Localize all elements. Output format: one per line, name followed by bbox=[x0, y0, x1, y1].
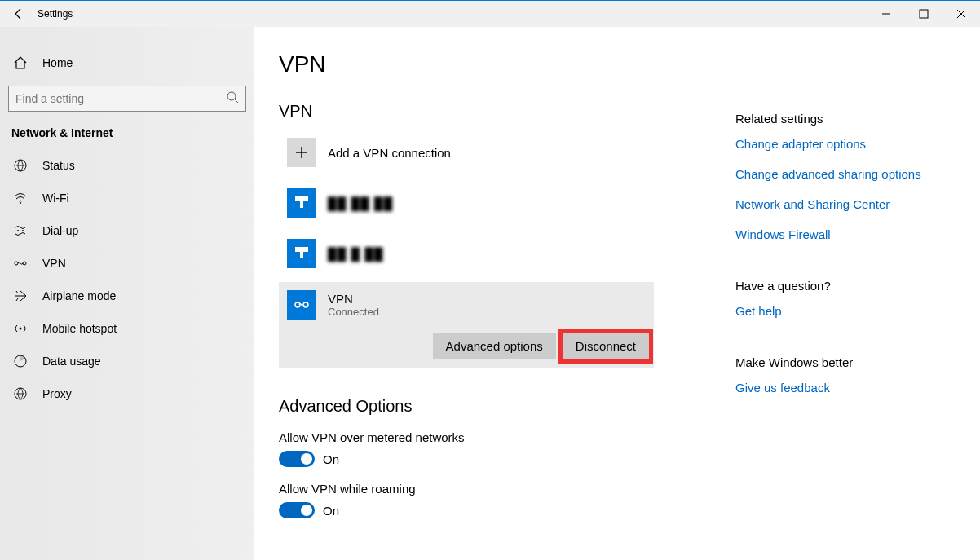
sidebar-item-proxy[interactable]: Proxy bbox=[0, 377, 254, 410]
toggle-roaming-state: On bbox=[323, 504, 339, 518]
disconnect-button[interactable]: Disconnect bbox=[563, 333, 649, 359]
title-bar: Settings bbox=[0, 1, 980, 27]
search-field[interactable] bbox=[15, 92, 211, 105]
vpn-tile-icon bbox=[287, 239, 316, 268]
svg-point-7 bbox=[20, 202, 21, 204]
sidebar-item-hotspot[interactable]: Mobile hotspot bbox=[0, 312, 254, 345]
sidebar-item-label: Status bbox=[42, 159, 75, 172]
right-pane: Related settings Change adapter options … bbox=[735, 51, 947, 560]
dialup-icon bbox=[11, 222, 29, 240]
svg-rect-1 bbox=[920, 10, 928, 18]
link-sharing-center[interactable]: Network and Sharing Center bbox=[735, 197, 947, 211]
vpn-connection-name: ██ █ ██ bbox=[328, 247, 383, 261]
svg-rect-18 bbox=[300, 201, 303, 208]
selected-vpn-name: VPN bbox=[328, 292, 379, 306]
sidebar-item-label: Dial-up bbox=[42, 224, 78, 237]
sidebar-home[interactable]: Home bbox=[0, 46, 254, 79]
close-button[interactable] bbox=[942, 1, 980, 27]
sidebar-item-label: Mobile hotspot bbox=[42, 322, 117, 335]
link-adapter-options[interactable]: Change adapter options bbox=[735, 137, 947, 151]
option-roaming: Allow VPN while roaming On bbox=[279, 482, 735, 518]
hotspot-icon bbox=[11, 320, 29, 337]
plus-icon bbox=[287, 138, 316, 167]
svg-point-8 bbox=[17, 230, 19, 231]
sidebar-category: Network & Internet bbox=[0, 126, 254, 149]
vpn-tile-icon bbox=[287, 188, 316, 218]
svg-point-4 bbox=[227, 92, 236, 100]
link-get-help[interactable]: Get help bbox=[735, 304, 947, 318]
page-title: VPN bbox=[279, 51, 735, 77]
sidebar-home-label: Home bbox=[42, 56, 73, 69]
sidebar-item-label: Airplane mode bbox=[42, 289, 116, 302]
svg-point-9 bbox=[22, 230, 24, 231]
vpn-tile-icon bbox=[287, 290, 316, 320]
section-advanced: Advanced Options bbox=[279, 397, 735, 416]
sidebar-item-label: Data usage bbox=[42, 355, 101, 368]
selected-vpn-status: Connected bbox=[328, 306, 379, 318]
toggle-metered[interactable] bbox=[279, 451, 315, 467]
proxy-icon bbox=[11, 385, 29, 403]
datausage-icon bbox=[11, 352, 29, 370]
option-roaming-label: Allow VPN while roaming bbox=[279, 482, 735, 496]
svg-rect-20 bbox=[300, 252, 303, 258]
vpn-connection-item[interactable]: ██ ██ ██ bbox=[279, 181, 654, 225]
advanced-options-button[interactable]: Advanced options bbox=[433, 333, 556, 359]
vpn-connection-item[interactable]: ██ █ ██ bbox=[279, 231, 654, 276]
svg-point-12 bbox=[20, 328, 22, 330]
toggle-roaming[interactable] bbox=[279, 502, 315, 518]
sidebar: Home Network & Internet Status Wi-Fi bbox=[0, 27, 254, 560]
sidebar-item-status[interactable]: Status bbox=[0, 149, 254, 182]
sidebar-item-label: Proxy bbox=[42, 387, 72, 400]
sidebar-item-label: VPN bbox=[42, 257, 66, 270]
search-input[interactable] bbox=[8, 86, 246, 112]
section-vpn: VPN bbox=[279, 102, 735, 121]
link-firewall[interactable]: Windows Firewall bbox=[735, 227, 947, 241]
home-icon bbox=[11, 54, 29, 72]
search-icon bbox=[226, 90, 239, 107]
related-settings-heading: Related settings bbox=[735, 112, 947, 126]
wifi-icon bbox=[11, 189, 29, 207]
maximize-button[interactable] bbox=[905, 1, 942, 27]
link-feedback[interactable]: Give us feedback bbox=[735, 381, 947, 395]
status-icon bbox=[11, 157, 29, 174]
vpn-connection-selected[interactable]: VPN Connected bbox=[279, 282, 654, 328]
add-vpn-label: Add a VPN connection bbox=[328, 146, 451, 160]
better-heading: Make Windows better bbox=[735, 355, 947, 369]
sidebar-item-dialup[interactable]: Dial-up bbox=[0, 214, 254, 247]
svg-line-5 bbox=[235, 99, 238, 103]
link-sharing-options[interactable]: Change advanced sharing options bbox=[735, 167, 947, 181]
svg-point-10 bbox=[15, 262, 18, 265]
vpn-icon bbox=[11, 254, 29, 272]
svg-rect-17 bbox=[295, 196, 308, 201]
option-metered-label: Allow VPN over metered networks bbox=[279, 430, 735, 444]
sidebar-item-vpn[interactable]: VPN bbox=[0, 247, 254, 280]
back-button[interactable] bbox=[0, 1, 38, 27]
sidebar-item-datausage[interactable]: Data usage bbox=[0, 345, 254, 377]
toggle-metered-state: On bbox=[323, 452, 339, 466]
question-heading: Have a question? bbox=[735, 279, 947, 293]
window-title: Settings bbox=[38, 8, 73, 20]
svg-rect-19 bbox=[295, 247, 308, 252]
option-metered: Allow VPN over metered networks On bbox=[279, 430, 735, 467]
vpn-connection-name: ██ ██ ██ bbox=[328, 196, 393, 210]
sidebar-item-label: Wi-Fi bbox=[42, 192, 69, 205]
airplane-icon bbox=[11, 287, 29, 305]
sidebar-item-wifi[interactable]: Wi-Fi bbox=[0, 182, 254, 214]
add-vpn-connection[interactable]: Add a VPN connection bbox=[279, 130, 654, 174]
svg-point-11 bbox=[23, 262, 26, 265]
minimize-button[interactable] bbox=[867, 1, 905, 27]
vpn-button-row: Advanced options Disconnect bbox=[279, 328, 654, 368]
sidebar-item-airplane[interactable]: Airplane mode bbox=[0, 280, 254, 312]
